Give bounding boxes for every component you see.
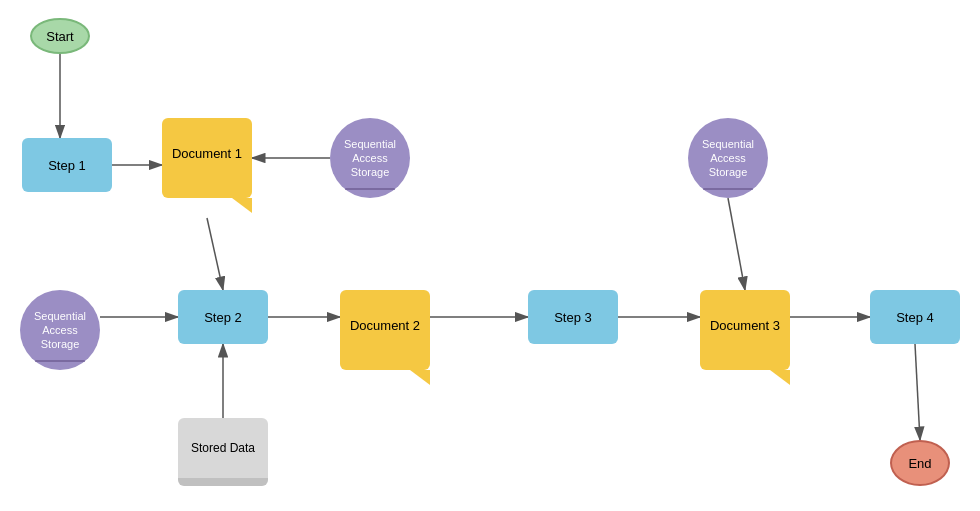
start-node: Start xyxy=(30,18,90,54)
storage2-node: Sequential Access Storage xyxy=(20,290,100,370)
start-label: Start xyxy=(46,29,73,44)
svg-line-9 xyxy=(728,198,745,290)
step2-label: Step 2 xyxy=(204,310,242,325)
doc1-node: Document 1 xyxy=(162,118,252,218)
doc3-label: Document 3 xyxy=(700,318,790,333)
doc2-label: Document 2 xyxy=(340,318,430,333)
stored-data-label: Stored Data xyxy=(191,441,255,455)
svg-marker-16 xyxy=(410,370,430,385)
doc2-node: Document 2 xyxy=(340,290,430,390)
svg-marker-14 xyxy=(232,198,252,213)
end-node: End xyxy=(890,440,950,486)
step4-node: Step 4 xyxy=(870,290,960,344)
storage3-node: Sequential Access Storage xyxy=(688,118,768,198)
stored-data-node: Stored Data xyxy=(178,418,268,478)
step1-node: Step 1 xyxy=(22,138,112,192)
svg-line-11 xyxy=(915,344,920,440)
step1-label: Step 1 xyxy=(48,158,86,173)
storage3-underline xyxy=(703,188,753,190)
step4-label: Step 4 xyxy=(896,310,934,325)
storage3-label: Sequential Access Storage xyxy=(688,133,768,184)
storage2-underline xyxy=(35,360,85,362)
storage1-underline xyxy=(345,188,395,190)
svg-marker-18 xyxy=(770,370,790,385)
end-label: End xyxy=(908,456,931,471)
step3-label: Step 3 xyxy=(554,310,592,325)
arrows-layer xyxy=(0,0,980,511)
storage2-label: Sequential Access Storage xyxy=(20,305,100,356)
storage1-label: Sequential Access Storage xyxy=(330,133,410,184)
diagram-canvas: Start Step 1 Document 1 Sequential Acces… xyxy=(0,0,980,511)
step3-node: Step 3 xyxy=(528,290,618,344)
step2-node: Step 2 xyxy=(178,290,268,344)
doc3-node: Document 3 xyxy=(700,290,790,390)
storage1-node: Sequential Access Storage xyxy=(330,118,410,198)
svg-line-4 xyxy=(207,218,223,290)
doc1-label: Document 1 xyxy=(162,146,252,161)
